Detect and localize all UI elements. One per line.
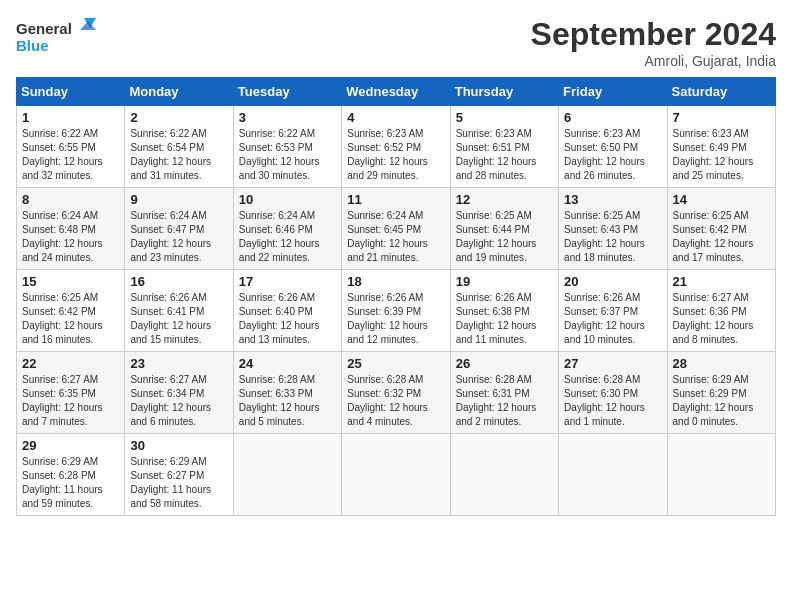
day-detail: Sunrise: 6:24 AM Sunset: 6:47 PM Dayligh… xyxy=(130,209,227,265)
logo: General Blue xyxy=(16,16,96,58)
day-detail: Sunrise: 6:29 AM Sunset: 6:27 PM Dayligh… xyxy=(130,455,227,511)
day-number: 19 xyxy=(456,274,553,289)
day-detail: Sunrise: 6:28 AM Sunset: 6:31 PM Dayligh… xyxy=(456,373,553,429)
day-detail: Sunrise: 6:29 AM Sunset: 6:28 PM Dayligh… xyxy=(22,455,119,511)
calendar-cell: 19Sunrise: 6:26 AM Sunset: 6:38 PM Dayli… xyxy=(450,270,558,352)
day-number: 15 xyxy=(22,274,119,289)
day-number: 11 xyxy=(347,192,444,207)
day-detail: Sunrise: 6:24 AM Sunset: 6:46 PM Dayligh… xyxy=(239,209,336,265)
day-detail: Sunrise: 6:26 AM Sunset: 6:38 PM Dayligh… xyxy=(456,291,553,347)
calendar-cell: 5Sunrise: 6:23 AM Sunset: 6:51 PM Daylig… xyxy=(450,106,558,188)
day-number: 3 xyxy=(239,110,336,125)
column-header-wednesday: Wednesday xyxy=(342,78,450,106)
calendar-table: SundayMondayTuesdayWednesdayThursdayFrid… xyxy=(16,77,776,516)
calendar-cell: 11Sunrise: 6:24 AM Sunset: 6:45 PM Dayli… xyxy=(342,188,450,270)
day-detail: Sunrise: 6:22 AM Sunset: 6:54 PM Dayligh… xyxy=(130,127,227,183)
calendar-cell: 13Sunrise: 6:25 AM Sunset: 6:43 PM Dayli… xyxy=(559,188,667,270)
calendar-cell: 27Sunrise: 6:28 AM Sunset: 6:30 PM Dayli… xyxy=(559,352,667,434)
day-number: 26 xyxy=(456,356,553,371)
calendar-cell: 6Sunrise: 6:23 AM Sunset: 6:50 PM Daylig… xyxy=(559,106,667,188)
day-number: 18 xyxy=(347,274,444,289)
day-number: 30 xyxy=(130,438,227,453)
day-number: 9 xyxy=(130,192,227,207)
calendar-cell: 15Sunrise: 6:25 AM Sunset: 6:42 PM Dayli… xyxy=(17,270,125,352)
calendar-cell: 1Sunrise: 6:22 AM Sunset: 6:55 PM Daylig… xyxy=(17,106,125,188)
calendar-cell: 21Sunrise: 6:27 AM Sunset: 6:36 PM Dayli… xyxy=(667,270,775,352)
calendar-cell: 20Sunrise: 6:26 AM Sunset: 6:37 PM Dayli… xyxy=(559,270,667,352)
calendar-cell: 25Sunrise: 6:28 AM Sunset: 6:32 PM Dayli… xyxy=(342,352,450,434)
calendar-cell xyxy=(559,434,667,516)
title-block: September 2024 Amroli, Gujarat, India xyxy=(531,16,776,69)
calendar-cell: 30Sunrise: 6:29 AM Sunset: 6:27 PM Dayli… xyxy=(125,434,233,516)
day-detail: Sunrise: 6:25 AM Sunset: 6:42 PM Dayligh… xyxy=(22,291,119,347)
week-row-5: 29Sunrise: 6:29 AM Sunset: 6:28 PM Dayli… xyxy=(17,434,776,516)
day-detail: Sunrise: 6:27 AM Sunset: 6:36 PM Dayligh… xyxy=(673,291,770,347)
day-detail: Sunrise: 6:26 AM Sunset: 6:39 PM Dayligh… xyxy=(347,291,444,347)
day-detail: Sunrise: 6:25 AM Sunset: 6:42 PM Dayligh… xyxy=(673,209,770,265)
day-detail: Sunrise: 6:22 AM Sunset: 6:55 PM Dayligh… xyxy=(22,127,119,183)
day-detail: Sunrise: 6:24 AM Sunset: 6:48 PM Dayligh… xyxy=(22,209,119,265)
calendar-cell: 3Sunrise: 6:22 AM Sunset: 6:53 PM Daylig… xyxy=(233,106,341,188)
location: Amroli, Gujarat, India xyxy=(531,53,776,69)
day-detail: Sunrise: 6:25 AM Sunset: 6:44 PM Dayligh… xyxy=(456,209,553,265)
logo-svg: General Blue xyxy=(16,16,96,58)
calendar-cell: 22Sunrise: 6:27 AM Sunset: 6:35 PM Dayli… xyxy=(17,352,125,434)
day-number: 24 xyxy=(239,356,336,371)
week-row-2: 8Sunrise: 6:24 AM Sunset: 6:48 PM Daylig… xyxy=(17,188,776,270)
day-number: 16 xyxy=(130,274,227,289)
column-header-thursday: Thursday xyxy=(450,78,558,106)
day-number: 8 xyxy=(22,192,119,207)
day-number: 28 xyxy=(673,356,770,371)
calendar-cell: 24Sunrise: 6:28 AM Sunset: 6:33 PM Dayli… xyxy=(233,352,341,434)
day-detail: Sunrise: 6:28 AM Sunset: 6:33 PM Dayligh… xyxy=(239,373,336,429)
day-detail: Sunrise: 6:26 AM Sunset: 6:40 PM Dayligh… xyxy=(239,291,336,347)
calendar-cell: 4Sunrise: 6:23 AM Sunset: 6:52 PM Daylig… xyxy=(342,106,450,188)
page-header: General Blue September 2024 Amroli, Guja… xyxy=(16,16,776,69)
calendar-cell xyxy=(233,434,341,516)
calendar-cell xyxy=(342,434,450,516)
day-detail: Sunrise: 6:28 AM Sunset: 6:30 PM Dayligh… xyxy=(564,373,661,429)
day-number: 29 xyxy=(22,438,119,453)
calendar-cell xyxy=(450,434,558,516)
calendar-cell: 9Sunrise: 6:24 AM Sunset: 6:47 PM Daylig… xyxy=(125,188,233,270)
calendar-cell: 26Sunrise: 6:28 AM Sunset: 6:31 PM Dayli… xyxy=(450,352,558,434)
calendar-cell: 29Sunrise: 6:29 AM Sunset: 6:28 PM Dayli… xyxy=(17,434,125,516)
calendar-cell: 16Sunrise: 6:26 AM Sunset: 6:41 PM Dayli… xyxy=(125,270,233,352)
calendar-cell: 23Sunrise: 6:27 AM Sunset: 6:34 PM Dayli… xyxy=(125,352,233,434)
svg-text:Blue: Blue xyxy=(16,37,49,54)
day-number: 5 xyxy=(456,110,553,125)
column-header-friday: Friday xyxy=(559,78,667,106)
day-detail: Sunrise: 6:27 AM Sunset: 6:34 PM Dayligh… xyxy=(130,373,227,429)
day-detail: Sunrise: 6:25 AM Sunset: 6:43 PM Dayligh… xyxy=(564,209,661,265)
day-detail: Sunrise: 6:23 AM Sunset: 6:50 PM Dayligh… xyxy=(564,127,661,183)
day-number: 23 xyxy=(130,356,227,371)
column-header-monday: Monday xyxy=(125,78,233,106)
calendar-cell: 10Sunrise: 6:24 AM Sunset: 6:46 PM Dayli… xyxy=(233,188,341,270)
calendar-cell: 7Sunrise: 6:23 AM Sunset: 6:49 PM Daylig… xyxy=(667,106,775,188)
day-number: 22 xyxy=(22,356,119,371)
day-detail: Sunrise: 6:23 AM Sunset: 6:52 PM Dayligh… xyxy=(347,127,444,183)
day-detail: Sunrise: 6:29 AM Sunset: 6:29 PM Dayligh… xyxy=(673,373,770,429)
day-number: 14 xyxy=(673,192,770,207)
calendar-header-row: SundayMondayTuesdayWednesdayThursdayFrid… xyxy=(17,78,776,106)
week-row-4: 22Sunrise: 6:27 AM Sunset: 6:35 PM Dayli… xyxy=(17,352,776,434)
calendar-cell: 28Sunrise: 6:29 AM Sunset: 6:29 PM Dayli… xyxy=(667,352,775,434)
day-detail: Sunrise: 6:23 AM Sunset: 6:49 PM Dayligh… xyxy=(673,127,770,183)
calendar-cell: 18Sunrise: 6:26 AM Sunset: 6:39 PM Dayli… xyxy=(342,270,450,352)
day-number: 13 xyxy=(564,192,661,207)
day-number: 6 xyxy=(564,110,661,125)
svg-text:General: General xyxy=(16,20,72,37)
svg-marker-3 xyxy=(80,21,96,30)
day-detail: Sunrise: 6:22 AM Sunset: 6:53 PM Dayligh… xyxy=(239,127,336,183)
day-detail: Sunrise: 6:26 AM Sunset: 6:41 PM Dayligh… xyxy=(130,291,227,347)
day-detail: Sunrise: 6:24 AM Sunset: 6:45 PM Dayligh… xyxy=(347,209,444,265)
day-detail: Sunrise: 6:26 AM Sunset: 6:37 PM Dayligh… xyxy=(564,291,661,347)
month-title: September 2024 xyxy=(531,16,776,53)
day-number: 17 xyxy=(239,274,336,289)
day-number: 12 xyxy=(456,192,553,207)
day-number: 1 xyxy=(22,110,119,125)
column-header-sunday: Sunday xyxy=(17,78,125,106)
calendar-cell: 12Sunrise: 6:25 AM Sunset: 6:44 PM Dayli… xyxy=(450,188,558,270)
column-header-saturday: Saturday xyxy=(667,78,775,106)
calendar-cell: 8Sunrise: 6:24 AM Sunset: 6:48 PM Daylig… xyxy=(17,188,125,270)
